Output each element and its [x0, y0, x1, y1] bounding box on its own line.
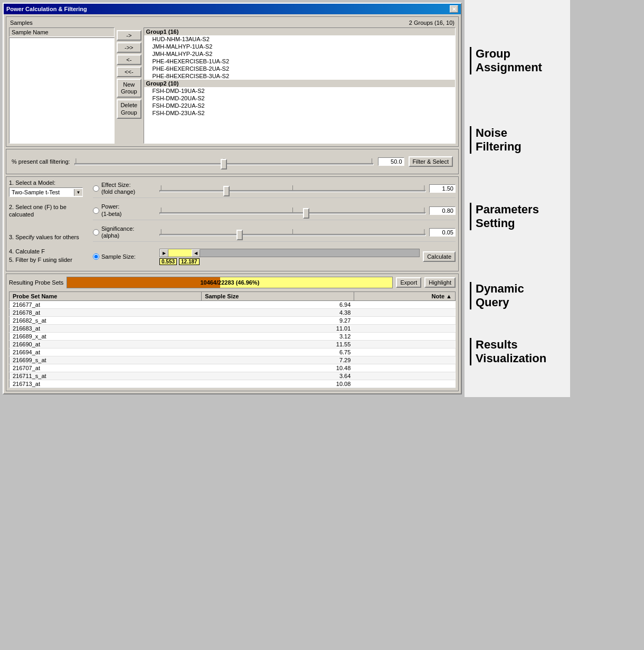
- significance-row: Significance: (alpha) ||| 0.05: [93, 223, 456, 242]
- group-list-item[interactable]: FSH-DMD-23UA-S2: [144, 109, 455, 117]
- table-row[interactable]: 216690_at 11.55: [10, 341, 456, 348]
- group-list-item[interactable]: FSH-DMD-22UA-S2: [144, 102, 455, 109]
- sig-input[interactable]: 0.05: [429, 228, 456, 237]
- table-row[interactable]: 216711_s_at 3.64: [10, 372, 456, 380]
- power-slider-thumb[interactable]: [303, 208, 309, 219]
- significance-label: Significance: (alpha): [101, 225, 134, 239]
- effect-size-radio[interactable]: [93, 185, 99, 192]
- power-input[interactable]: 0.80: [429, 206, 456, 215]
- table-row[interactable]: 216683_at 11.01: [10, 325, 456, 333]
- sample-size-value: 3.64: [202, 372, 354, 380]
- group-list-item[interactable]: Group2 (10): [144, 80, 455, 87]
- table-row[interactable]: 216707_at 10.48: [10, 364, 456, 372]
- group-list-item[interactable]: FSH-DMD-19UA-S2: [144, 87, 455, 95]
- table-row[interactable]: 216682_s_at 9.27: [10, 317, 456, 325]
- sample-size-row: Sample Size: ▶ ◀ 0.553: [93, 245, 456, 268]
- note-value: [354, 333, 455, 341]
- effect-slider-thumb[interactable]: [223, 186, 230, 196]
- group-list-item[interactable]: JMH-MALHYP-1UA-S2: [144, 43, 455, 50]
- sample-size-radio[interactable]: [93, 253, 99, 260]
- group-assignment-label: Group Assignment: [470, 47, 565, 75]
- results-table: Probe Set Name Sample Size Note ▲ 216677…: [9, 291, 456, 388]
- group-list-item[interactable]: Group1 (16): [144, 28, 455, 35]
- results-bar-row: Resulting Probe Sets 10464/22283 (46.96%…: [9, 277, 456, 288]
- table-row[interactable]: 216677_at 6.94: [10, 301, 456, 309]
- move-all-left-button[interactable]: <<-: [117, 67, 141, 77]
- model-select-arrow[interactable]: ▼: [74, 189, 82, 196]
- sample-size-value: 10.08: [202, 380, 354, 388]
- effect-size-radio-label[interactable]: Effect Size: (fold change): [93, 182, 156, 195]
- sample-size-value: 11.55: [202, 341, 354, 348]
- note-value: [354, 325, 455, 333]
- parameters-label: ParametersSetting: [470, 203, 539, 231]
- table-row[interactable]: 216713_at 10.08: [10, 380, 456, 388]
- sig-slider-thumb[interactable]: [236, 230, 243, 240]
- effect-ticks: |||: [159, 185, 426, 190]
- noise-slider-container[interactable]: [74, 163, 374, 165]
- sample-size-label: Sample Size:: [101, 253, 136, 260]
- sample-list: Sample Name: [9, 27, 115, 144]
- noise-value-input[interactable]: 50.0: [378, 157, 404, 166]
- new-group-button[interactable]: New Group: [117, 79, 141, 98]
- ss-right-arrow[interactable]: ◀: [192, 249, 200, 257]
- power-row: Power: (1-beta) ||| 0.80: [93, 201, 456, 220]
- sample-size-radio-label[interactable]: Sample Size:: [93, 253, 156, 260]
- col-probe-set-name: Probe Set Name: [10, 292, 202, 301]
- move-left-button[interactable]: <-: [117, 54, 141, 65]
- dynamic-query-label: DynamicQuery: [470, 282, 524, 310]
- step2-label: 2. Select one (F) to be calcuated: [9, 203, 91, 219]
- probe-set-name: 216678_at: [10, 309, 202, 317]
- group-list-item[interactable]: PHE-6HEXERCISEB-2UA-S2: [144, 65, 455, 72]
- move-all-right-button[interactable]: ->>: [117, 42, 141, 53]
- transfer-buttons: -> ->> <- <<- New Group Delete Group: [117, 27, 141, 144]
- table-row[interactable]: 216694_at 6.75: [10, 348, 456, 356]
- group-list-item[interactable]: PHE-4HEXERCISEB-1UA-S2: [144, 58, 455, 65]
- table-row[interactable]: 216678_at 4.38: [10, 309, 456, 317]
- note-value: [354, 364, 455, 372]
- groups-count-label: 2 Groups (16, 10): [409, 20, 454, 26]
- move-right-button[interactable]: ->: [117, 30, 141, 41]
- sample-size-value: 3.12: [202, 333, 354, 341]
- noise-slider-thumb[interactable]: [221, 159, 227, 169]
- probe-sets-label: Resulting Probe Sets: [9, 279, 63, 286]
- probe-set-name: 216707_at: [10, 364, 202, 372]
- model-select-wrapper[interactable]: Two-Sample t-Test ▼: [9, 187, 83, 197]
- close-button[interactable]: ✕: [450, 5, 458, 13]
- group-list-box[interactable]: Group1 (16)HUD-NHM-13AUA-S2JMH-MALHYP-1U…: [144, 27, 456, 144]
- effect-size-input[interactable]: 1.50: [429, 184, 456, 193]
- power-ticks: |||: [159, 207, 426, 212]
- note-value: [354, 317, 455, 325]
- calculate-button[interactable]: Calculate: [423, 251, 456, 262]
- group-list-item[interactable]: HUD-NHM-13AUA-S2: [144, 35, 455, 43]
- ss-left-arrow[interactable]: ▶: [160, 249, 168, 257]
- step3-label: 3. Specify values for others: [9, 233, 91, 241]
- table-row[interactable]: 216689_x_at 3.12: [10, 333, 456, 341]
- export-button[interactable]: Export: [396, 277, 421, 288]
- results-visualization-label: ResultsVisualization: [470, 338, 546, 366]
- probe-set-name: 216711_s_at: [10, 372, 202, 380]
- delete-group-button[interactable]: Delete Group: [117, 99, 141, 118]
- sample-size-value: 10.48: [202, 364, 354, 372]
- filter-select-button[interactable]: Filter & Select: [409, 156, 453, 167]
- params-right-col: Effect Size: (fold change) ||| 1.50: [93, 180, 456, 268]
- noise-filtering-controls: % present call filtering: ||| 50.0 Filte…: [9, 152, 456, 171]
- probe-set-name: 216683_at: [10, 325, 202, 333]
- power-radio[interactable]: [93, 208, 99, 214]
- significance-radio-label[interactable]: Significance: (alpha): [93, 225, 156, 239]
- group-list-item[interactable]: PHE-8HEXERCISEB-3UA-S2: [144, 72, 455, 80]
- probe-set-name: 216689_x_at: [10, 333, 202, 341]
- results-table-header: Probe Set Name Sample Size Note ▲: [10, 292, 456, 301]
- sample-list-box[interactable]: [9, 37, 115, 144]
- group-list-item[interactable]: JMH-MALHYP-2UA-S2: [144, 50, 455, 58]
- group-list-item[interactable]: FSH-DMD-20UA-S2: [144, 95, 455, 102]
- sample-name-header: Sample Name: [9, 27, 115, 37]
- samples-label: Samples: [10, 20, 33, 26]
- probe-set-name: 216677_at: [10, 301, 202, 309]
- effect-slider-track: [159, 190, 426, 192]
- sample-size-value: 9.27: [202, 317, 354, 325]
- power-radio-label[interactable]: Power: (1-beta): [93, 203, 156, 217]
- table-row[interactable]: 216699_s_at 7.29: [10, 356, 456, 364]
- significance-radio[interactable]: [93, 229, 99, 235]
- params-left-col: 1. Select a Model: Two-Sample t-Test ▼ 2…: [9, 180, 91, 268]
- highlight-button[interactable]: Highlight: [424, 277, 456, 288]
